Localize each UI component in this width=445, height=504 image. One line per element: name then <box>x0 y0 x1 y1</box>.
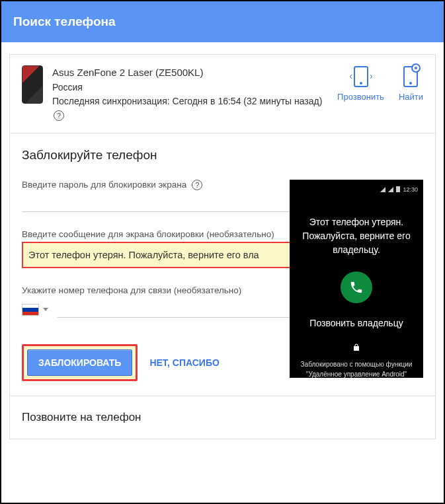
device-thumbnail-icon <box>22 65 43 104</box>
device-info: Asus ZenFone 2 Laser (ZE500KL) Россия По… <box>52 65 329 122</box>
phone-input[interactable] <box>58 302 293 318</box>
phone-input-row <box>22 302 293 318</box>
phone-field-block: Укажите номер телефона для связи (необяз… <box>22 285 293 318</box>
phone-icon <box>349 280 364 295</box>
phone-label: Укажите номер телефона для связи (необяз… <box>22 285 293 295</box>
lock-form: Введите пароль для блокировки экрана ? В… <box>22 180 293 381</box>
locate-icon <box>399 65 422 88</box>
preview-footer: Заблокировано с помощью функции "Удалённ… <box>295 359 418 379</box>
lock-icon <box>295 343 418 354</box>
chevron-down-icon[interactable] <box>43 308 48 311</box>
password-field-block: Введите пароль для блокировки экрана ? <box>22 180 293 212</box>
message-input[interactable]: Этот телефон утерян. Пожалуйста, верните… <box>22 242 293 268</box>
preview-time: 12:30 <box>403 186 418 193</box>
device-name: Asus ZenFone 2 Laser (ZE500KL) <box>52 65 329 81</box>
lock-button-highlight: ЗАБЛОКИРОВАТЬ <box>22 344 138 381</box>
ring-action[interactable]: Прозвонить <box>337 65 384 102</box>
ring-icon <box>350 65 372 88</box>
password-label: Введите пароль для блокировки экрана ? <box>22 180 293 190</box>
lock-section: Заблокируйте телефон Введите пароль для … <box>9 133 436 396</box>
password-input[interactable] <box>22 193 293 212</box>
lock-section-title: Заблокируйте телефон <box>22 148 423 162</box>
lock-screen-preview: 12:30 Этот телефон утерян. Пожалуйста, в… <box>290 180 423 378</box>
no-thanks-button[interactable]: НЕТ, СПАСИБО <box>149 357 219 368</box>
locate-action[interactable]: Найти <box>399 65 423 102</box>
lock-button[interactable]: ЗАБЛОКИРОВАТЬ <box>27 349 132 376</box>
help-icon[interactable]: ? <box>54 110 64 121</box>
call-owner-button <box>341 271 372 303</box>
page-title: Поиск телефона <box>13 15 116 28</box>
ring-label: Прозвонить <box>337 92 384 102</box>
device-country: Россия <box>52 81 329 94</box>
help-icon[interactable]: ? <box>192 180 202 190</box>
device-last-sync: Последняя синхронизация: Сегодня в 16:54… <box>52 94 329 122</box>
preview-call-label: Позвонить владельцу <box>295 318 418 328</box>
message-label: Введите сообщение для экрана блокировки … <box>22 229 293 239</box>
signal-icon <box>380 187 385 192</box>
main-container: Asus ZenFone 2 Laser (ZE500KL) Россия По… <box>1 54 444 439</box>
page-header: Поиск телефона <box>1 1 444 42</box>
locate-label: Найти <box>399 92 423 102</box>
button-row: ЗАБЛОКИРОВАТЬ НЕТ, СПАСИБО <box>22 344 293 381</box>
preview-status-bar: 12:30 <box>295 185 418 194</box>
device-card: Asus ZenFone 2 Laser (ZE500KL) Россия По… <box>9 54 436 133</box>
preview-message: Этот телефон утерян. Пожалуйста, верните… <box>295 215 418 257</box>
message-field-block: Введите сообщение для экрана блокировки … <box>22 229 293 268</box>
battery-icon <box>396 186 400 192</box>
flag-russia-icon[interactable] <box>22 304 39 316</box>
call-section-title: Позвоните на телефон <box>22 411 423 424</box>
device-actions: Прозвонить Найти <box>337 65 423 102</box>
call-section: Позвоните на телефон <box>9 396 436 439</box>
signal-icon <box>388 187 393 192</box>
